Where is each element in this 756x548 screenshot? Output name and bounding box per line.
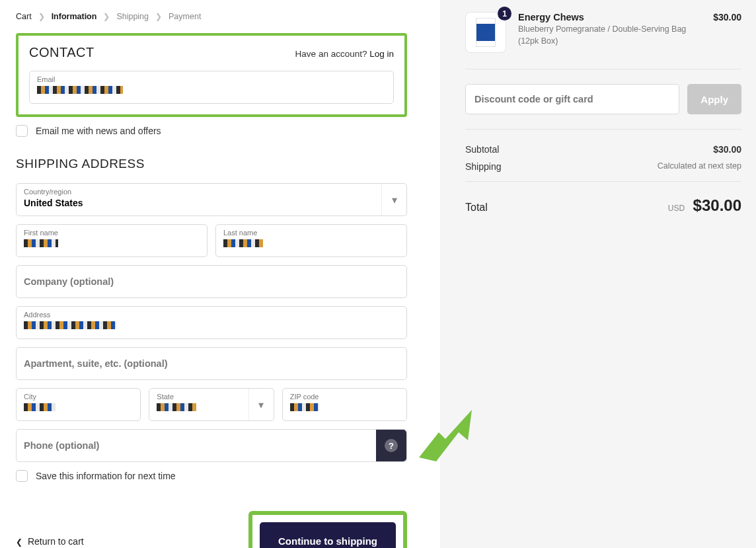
save-info-checkbox[interactable]	[16, 470, 28, 482]
first-name-value-redacted	[24, 239, 58, 247]
phone-help-button[interactable]: ?	[376, 430, 406, 461]
subtotal-value: $30.00	[713, 144, 741, 155]
zip-field[interactable]: ZIP code	[282, 388, 407, 421]
city-value-redacted	[24, 403, 56, 411]
breadcrumb-shipping: Shipping	[116, 12, 149, 21]
first-name-field[interactable]: First name	[16, 224, 208, 257]
login-link[interactable]: Log in	[369, 49, 394, 59]
phone-field[interactable]: ?	[16, 429, 407, 462]
company-input[interactable]	[24, 276, 399, 287]
email-label: Email	[37, 75, 386, 83]
chevron-right-icon: ❯	[38, 12, 45, 21]
breadcrumb-cart[interactable]: Cart	[16, 12, 32, 21]
login-prompt: Have an account? Log in	[295, 49, 394, 59]
product-price: $30.00	[713, 12, 741, 22]
apply-discount-button[interactable]: Apply	[687, 84, 741, 114]
last-name-label: Last name	[223, 229, 399, 237]
city-label: City	[24, 393, 133, 401]
subtotal-row: Subtotal $30.00	[465, 144, 741, 155]
chevron-left-icon: ❮	[16, 537, 22, 547]
news-offers-checkbox-row[interactable]: Email me with news and offers	[16, 125, 407, 137]
contact-heading: CONTACT	[29, 45, 94, 60]
product-name: Energy Chews	[518, 12, 701, 22]
country-value: United States	[24, 198, 83, 208]
last-name-field[interactable]: Last name	[215, 224, 407, 257]
quantity-badge: 1	[498, 7, 511, 20]
shipping-heading: SHIPPING ADDRESS	[16, 157, 407, 171]
discount-code-input[interactable]	[465, 84, 679, 114]
email-value-redacted	[37, 86, 123, 94]
address-value-redacted	[24, 321, 116, 329]
order-line-item: 1 Energy Chews Blueberry Pomegranate / D…	[465, 12, 741, 53]
chevron-down-icon: ▾	[248, 389, 274, 420]
phone-input[interactable]	[24, 440, 373, 451]
total-label: Total	[465, 202, 488, 214]
chevron-right-icon: ❯	[155, 12, 162, 21]
zip-label: ZIP code	[290, 393, 399, 401]
shipping-row: Shipping Calculated at next step	[465, 161, 741, 172]
continue-to-shipping-button[interactable]: Continue to shipping	[260, 522, 396, 548]
apartment-input[interactable]	[24, 358, 399, 369]
breadcrumb: Cart ❯ Information ❯ Shipping ❯ Payment	[16, 12, 407, 21]
total-row: Total USD $30.00	[465, 196, 741, 215]
divider	[465, 181, 741, 182]
product-thumbnail: 1	[465, 12, 506, 53]
question-icon: ?	[385, 439, 398, 452]
state-select[interactable]: State ▾	[149, 388, 274, 421]
last-name-value-redacted	[223, 239, 263, 247]
chevron-down-icon: ▾	[381, 184, 406, 215]
contact-section-highlight: CONTACT Have an account? Log in Email	[16, 33, 407, 117]
chevron-right-icon: ❯	[103, 12, 110, 21]
total-amount: $30.00	[693, 196, 741, 214]
save-info-label: Save this information for next time	[36, 471, 176, 481]
state-value-redacted	[157, 403, 196, 411]
apartment-field[interactable]	[16, 347, 407, 380]
save-info-checkbox-row[interactable]: Save this information for next time	[16, 470, 407, 482]
return-to-cart-link[interactable]: ❮ Return to cart	[16, 536, 84, 547]
city-field[interactable]: City	[16, 388, 141, 421]
product-variant: Blueberry Pomegranate / Double-Serving B…	[518, 24, 701, 47]
company-field[interactable]	[16, 265, 407, 298]
divider	[465, 69, 741, 69]
continue-button-highlight: Continue to shipping	[248, 511, 407, 548]
breadcrumb-information: Information	[52, 12, 97, 21]
news-offers-checkbox[interactable]	[16, 125, 28, 137]
country-label: Country/region	[24, 188, 399, 196]
shipping-cost-label: Shipping	[465, 161, 502, 172]
divider	[465, 129, 741, 130]
subtotal-label: Subtotal	[465, 144, 499, 155]
first-name-label: First name	[24, 229, 200, 237]
shipping-cost-value: Calculated at next step	[658, 161, 741, 172]
country-select[interactable]: Country/region United States ▾	[16, 183, 407, 216]
news-offers-label: Email me with news and offers	[36, 126, 161, 136]
breadcrumb-payment: Payment	[169, 12, 201, 21]
total-currency: USD	[668, 204, 685, 213]
email-field[interactable]: Email	[29, 71, 394, 104]
address-field[interactable]: Address	[16, 306, 407, 339]
address-label: Address	[24, 311, 399, 319]
zip-value-redacted	[290, 403, 319, 411]
